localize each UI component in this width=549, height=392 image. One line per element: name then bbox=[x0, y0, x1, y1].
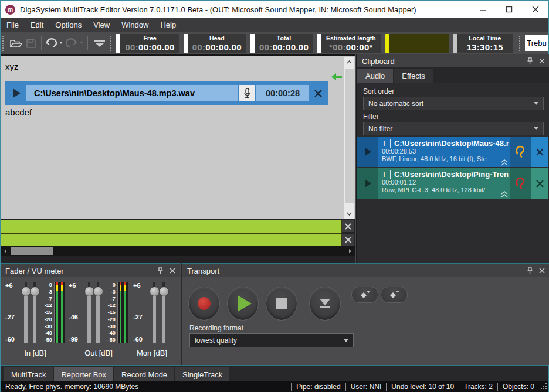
editor-note-text: abcdef bbox=[5, 107, 32, 117]
fader-knob[interactable] bbox=[93, 287, 103, 296]
fader-knob[interactable] bbox=[150, 287, 160, 296]
menu-help[interactable]: Help bbox=[154, 18, 182, 32]
item-remove-button[interactable] bbox=[531, 137, 548, 167]
pin-icon[interactable] bbox=[157, 267, 164, 274]
maximize-button[interactable] bbox=[496, 1, 522, 18]
level-meter-body bbox=[389, 34, 449, 53]
redo-button[interactable] bbox=[65, 35, 85, 52]
object-play-button[interactable] bbox=[7, 85, 26, 101]
sort-order-label: Sort order bbox=[363, 87, 394, 96]
item-prelisten-button[interactable] bbox=[510, 168, 531, 199]
toolbar-grip[interactable] bbox=[110, 36, 114, 51]
clipboard-item[interactable]: TC:\Users\nin\Desktop\Maus-48.m1 00:00:2… bbox=[357, 137, 548, 167]
scroll-left-button[interactable] bbox=[1, 246, 10, 256]
chevron-right-icon bbox=[348, 248, 352, 254]
counter-strip bbox=[184, 34, 188, 53]
counter-strip bbox=[453, 34, 457, 53]
audio-segment-bar[interactable] bbox=[1, 234, 342, 246]
play-button[interactable] bbox=[227, 287, 259, 321]
item-remove-button[interactable] bbox=[531, 168, 548, 199]
item-play-button[interactable] bbox=[357, 137, 378, 167]
fader-slider[interactable] bbox=[159, 282, 168, 343]
scrollbar-thumb[interactable] bbox=[11, 247, 53, 255]
segment-close-button[interactable] bbox=[342, 220, 354, 232]
tab-audio[interactable]: Audio bbox=[357, 69, 393, 83]
audio-segment-bar[interactable] bbox=[1, 220, 342, 234]
drop-marker-button[interactable] bbox=[90, 35, 109, 52]
fader-slider[interactable] bbox=[93, 282, 102, 343]
group-underline bbox=[133, 346, 171, 346]
item-duration: 00:00:01.12 bbox=[382, 179, 509, 186]
object-close-button[interactable] bbox=[309, 85, 327, 101]
fader-slider[interactable] bbox=[21, 282, 30, 343]
open-button[interactable] bbox=[8, 35, 23, 52]
undo-button[interactable] bbox=[44, 35, 65, 52]
record-into-object-button[interactable] bbox=[239, 85, 255, 101]
fader-slider[interactable] bbox=[30, 282, 39, 343]
track-divider-line bbox=[1, 77, 344, 77]
toolbar-grip[interactable] bbox=[519, 36, 523, 51]
segment-close-button[interactable] bbox=[342, 234, 354, 246]
sort-order-select[interactable]: No automatic sort bbox=[363, 97, 544, 110]
item-play-button[interactable] bbox=[357, 168, 378, 199]
remove-marker-button[interactable] bbox=[381, 287, 408, 303]
tab-multitrack[interactable]: MultiTrack bbox=[4, 367, 53, 381]
menu-file[interactable]: File bbox=[1, 18, 25, 32]
minimize-button[interactable] bbox=[469, 1, 496, 18]
menu-options[interactable]: Options bbox=[49, 18, 87, 32]
toolbar-grip[interactable] bbox=[2, 36, 6, 51]
scroll-right-button[interactable] bbox=[345, 246, 355, 256]
tab-effects[interactable]: Effects bbox=[394, 69, 433, 83]
item-prelisten-button[interactable] bbox=[510, 137, 531, 167]
collapse-chevrons-icon[interactable] bbox=[500, 159, 509, 166]
close-icon[interactable] bbox=[170, 268, 175, 274]
save-button[interactable] bbox=[23, 35, 39, 52]
fader-knob[interactable] bbox=[159, 287, 169, 296]
add-marker-button[interactable] bbox=[351, 287, 378, 303]
tab-record-mode[interactable]: Record Mode bbox=[114, 367, 174, 381]
item-format: BWF, Linear; 48.0 kHz, 16 bit (I), Ste bbox=[382, 155, 509, 163]
audio-object-row[interactable]: C:\Users\nin\Desktop\Maus-48.mp3.wav 00:… bbox=[5, 81, 328, 105]
drop-button[interactable] bbox=[309, 287, 341, 321]
fader-slider[interactable] bbox=[84, 282, 93, 343]
pin-icon[interactable] bbox=[527, 267, 533, 274]
scrollbar-thumb[interactable] bbox=[345, 69, 354, 203]
overflow-button[interactable]: Trebu bbox=[525, 35, 548, 51]
fader-knob[interactable] bbox=[30, 287, 40, 296]
collapse-chevrons-icon[interactable] bbox=[500, 191, 509, 197]
redo-icon bbox=[65, 38, 85, 49]
fader-group-mon: +6-27-60 Mon [dB] bbox=[133, 282, 171, 357]
tab-reporter-box[interactable]: Reporter Box bbox=[54, 367, 113, 381]
filter-select[interactable]: No filter bbox=[363, 122, 544, 135]
tab-singletrack[interactable]: SingleTrack bbox=[175, 367, 229, 381]
menu-edit[interactable]: Edit bbox=[25, 18, 49, 32]
recording-format-label: Recording format bbox=[189, 324, 243, 332]
pin-icon[interactable] bbox=[527, 57, 533, 64]
filter-value: No filter bbox=[368, 125, 392, 133]
fader-slider[interactable] bbox=[150, 282, 159, 343]
play-icon bbox=[365, 148, 371, 156]
clipboard-item[interactable]: TC:\Users\nin\Desktop\Ping-Trenner.M 00:… bbox=[357, 168, 548, 199]
recording-format-select[interactable]: lowest quality bbox=[189, 333, 354, 347]
scroll-up-button[interactable] bbox=[344, 57, 354, 67]
play-icon bbox=[13, 88, 21, 98]
menu-window[interactable]: Window bbox=[116, 18, 154, 32]
close-icon bbox=[314, 90, 322, 97]
fader-mid-label: -46 bbox=[69, 313, 78, 321]
close-button[interactable] bbox=[522, 1, 548, 18]
stop-button[interactable] bbox=[266, 287, 297, 321]
counter-label: Local Time bbox=[462, 35, 509, 42]
close-icon[interactable] bbox=[539, 58, 545, 64]
vu-scale: 0-3-7-12-15-20-30-40-50 bbox=[102, 282, 117, 343]
editor-horizontal-scrollbar[interactable] bbox=[1, 246, 355, 256]
resize-grip[interactable] bbox=[540, 383, 547, 390]
scroll-down-button[interactable] bbox=[344, 209, 354, 219]
object-file-path[interactable]: C:\Users\nin\Desktop\Maus-48.mp3.wav bbox=[26, 85, 238, 101]
item-duration: 00:00:28.53 bbox=[382, 148, 509, 155]
menu-view[interactable]: View bbox=[87, 18, 116, 32]
clipboard-header: Clipboard bbox=[357, 54, 549, 67]
clipboard-panel: Clipboard Audio Effects Sort order No au… bbox=[356, 54, 549, 263]
record-button[interactable] bbox=[188, 287, 220, 321]
editor-vertical-scrollbar[interactable] bbox=[344, 57, 354, 219]
close-icon[interactable] bbox=[539, 268, 545, 274]
